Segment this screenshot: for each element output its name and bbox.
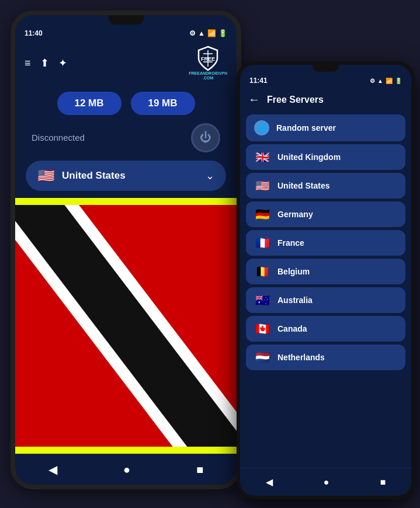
time-p1: 11:40 xyxy=(25,29,43,37)
flag-de: 🇩🇪 xyxy=(254,207,270,221)
selected-country: United States xyxy=(62,170,126,182)
country-left: 🇺🇸 United States xyxy=(37,168,126,184)
phone1: 11:40 ⚙ ▲ 📶 🔋 ≡ ⬆ ✦ FREE FREEANDROIDVPN.… xyxy=(11,11,241,489)
server-item-ca[interactable]: 🇨🇦 Canada xyxy=(246,316,405,342)
settings-icon: ⚙ xyxy=(189,29,196,37)
status-bar-p2: 11:41 ⚙ ▲ 📶 🔋 xyxy=(240,72,411,88)
server-name-random: Random server xyxy=(276,123,336,133)
svg-text:FREE: FREE xyxy=(201,56,215,62)
status-bar-p1: 11:40 ⚙ ▲ 📶 🔋 xyxy=(15,25,237,41)
phone1-topbar: ≡ ⬆ ✦ FREE FREEANDROIDVPN.COM xyxy=(15,41,237,86)
power-button[interactable]: ⏻ xyxy=(191,123,220,152)
server-item-nl[interactable]: 🇳🇱 Netherlands xyxy=(246,345,405,370)
status-icons-p2: ⚙ ▲ 📶 🔋 xyxy=(370,78,402,84)
status-icons-p1: ⚙ ▲ 📶 🔋 xyxy=(189,29,227,37)
chevron-down-icon: ⌄ xyxy=(206,169,214,182)
wifi-icon: ▲ xyxy=(198,29,205,37)
server-name-nl: Netherlands xyxy=(277,353,325,362)
server-name-uk: United Kingdom xyxy=(277,152,341,162)
server-item-us[interactable]: 🇺🇸 United States xyxy=(246,173,405,199)
server-name-fr: France xyxy=(277,238,304,248)
logo-area: FREE FREEANDROIDVPN.COM xyxy=(189,46,227,81)
back-button[interactable]: ← xyxy=(248,93,260,106)
server-item-au[interactable]: 🇦🇺 Australia xyxy=(246,287,405,313)
server-item-be[interactable]: 🇧🇪 Belgium xyxy=(246,259,405,284)
menu-icon[interactable]: ≡ xyxy=(25,57,31,69)
logo-text: FREEANDROIDVPN.COM xyxy=(189,71,227,81)
flag-fr: 🇫🇷 xyxy=(254,236,270,250)
server-item-de[interactable]: 🇩🇪 Germany xyxy=(246,201,405,227)
battery-icon: 🔋 xyxy=(218,29,227,37)
signal-icon-p2: 📶 xyxy=(386,78,393,84)
upload-stat: 19 MB xyxy=(131,92,195,115)
recent-nav-p1[interactable]: ■ xyxy=(189,461,210,479)
flag-us: 🇺🇸 xyxy=(254,179,270,193)
signal-icon: 📶 xyxy=(207,29,216,37)
server-name-us: United States xyxy=(277,181,329,190)
notch-p1 xyxy=(109,15,144,25)
settings-icon-p2: ⚙ xyxy=(370,78,375,84)
server-name-ca: Canada xyxy=(277,324,307,333)
share-icon[interactable]: ⬆ xyxy=(40,57,49,69)
flag-au: 🇦🇺 xyxy=(254,293,270,307)
back-nav-p1[interactable]: ◀ xyxy=(41,460,64,479)
power-icon: ⏻ xyxy=(200,131,211,144)
flag-be: 🇧🇪 xyxy=(254,265,270,279)
ad-banner-top xyxy=(15,198,237,205)
server-list: 🌐 Random server 🇬🇧 United Kingdom 🇺🇸 Uni… xyxy=(240,111,411,468)
flag-uk: 🇬🇧 xyxy=(254,150,270,164)
server-item-uk[interactable]: 🇬🇧 United Kingdom xyxy=(246,144,405,170)
recent-nav-p2[interactable]: ■ xyxy=(373,475,393,490)
server-item-fr[interactable]: 🇫🇷 France xyxy=(246,230,405,256)
server-name-be: Belgium xyxy=(277,267,310,276)
country-selector[interactable]: 🇺🇸 United States ⌄ xyxy=(26,161,226,191)
flag-display xyxy=(15,205,237,447)
flag-ca: 🇨🇦 xyxy=(254,322,270,336)
home-nav-p2[interactable]: ● xyxy=(317,475,336,490)
battery-icon-p2: 🔋 xyxy=(395,78,402,84)
ad-banner-bottom xyxy=(15,447,237,454)
notch-p2 xyxy=(313,65,339,72)
wifi-icon-p2: ▲ xyxy=(377,78,383,84)
phone2-header: ← Free Servers xyxy=(240,88,411,111)
logo-shield-icon: FREE xyxy=(195,46,221,71)
time-p2: 11:41 xyxy=(249,76,268,85)
globe-icon: 🌐 xyxy=(254,120,269,135)
phone2: 11:41 ⚙ ▲ 📶 🔋 ← Free Servers 🌐 Random se… xyxy=(237,61,415,499)
server-name-au: Australia xyxy=(277,295,313,305)
home-nav-p1[interactable]: ● xyxy=(116,461,137,479)
screen-title: Free Servers xyxy=(267,95,324,105)
bottom-nav-p2: ◀ ● ■ xyxy=(240,468,411,496)
back-nav-p2[interactable]: ◀ xyxy=(259,474,280,490)
download-stat: 12 MB xyxy=(57,92,122,115)
topbar-icons: ≡ ⬆ ✦ xyxy=(25,57,67,69)
connection-status: Disconnected xyxy=(32,133,85,142)
tt-flag-svg xyxy=(15,205,237,447)
stats-row: 12 MB 19 MB xyxy=(15,86,237,121)
flag-nl: 🇳🇱 xyxy=(254,350,270,364)
server-item-random[interactable]: 🌐 Random server xyxy=(246,114,405,141)
star-icon[interactable]: ✦ xyxy=(58,57,67,69)
selected-flag: 🇺🇸 xyxy=(37,168,55,184)
server-name-de: Germany xyxy=(277,210,313,219)
bottom-nav-p1: ◀ ● ■ xyxy=(15,454,237,485)
disconnect-row: Disconnected ⏻ xyxy=(15,121,237,158)
